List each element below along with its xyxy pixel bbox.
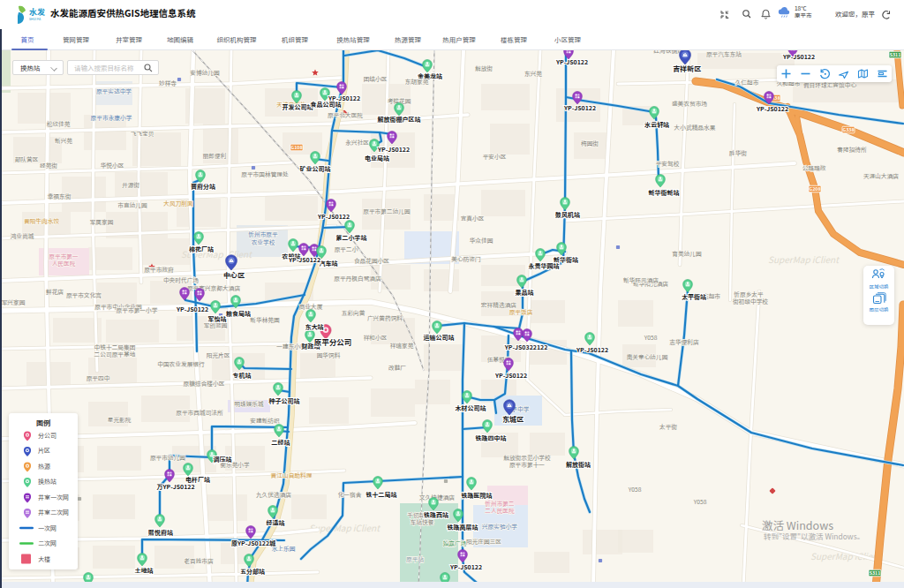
svg-text:太平街站: 太平街站	[682, 292, 706, 301]
svg-text:妙样寺: 妙样寺	[159, 79, 177, 87]
svg-text:果品站: 果品站	[516, 288, 534, 297]
svg-text:YP-JS0122: YP-JS0122	[449, 562, 482, 571]
svg-text:YP-JS0122: YP-JS0122	[555, 57, 588, 66]
svg-text:YP-JS0322122: YP-JS0322122	[504, 343, 548, 351]
svg-text:永贵华园站: 永贵华园站	[529, 261, 560, 270]
svg-text:原平北大医院: 原平北大医院	[328, 110, 363, 119]
svg-text:明珠娱乐城: 明珠娱乐城	[234, 399, 264, 408]
svg-text:鼓风机站: 鼓风机站	[555, 210, 580, 219]
svg-text:SHUI FA: SHUI FA	[29, 17, 41, 21]
svg-text:幸福东街: 幸福东街	[48, 192, 72, 200]
svg-text:分公司: 分公司	[38, 431, 56, 440]
svg-text:YP-JS0122: YP-JS0122	[576, 345, 608, 354]
svg-text:兴原实验小学: 兴原实验小学	[482, 522, 517, 531]
svg-text:南关童心幼儿园: 南关童心幼儿园	[627, 352, 668, 361]
svg-text:团结小区: 团结小区	[364, 74, 388, 83]
svg-text:原平市幼儿园: 原平市幼儿园	[150, 453, 185, 462]
svg-text:大小武精品水果: 大小武精品水果	[674, 123, 716, 132]
svg-text:YP-JS0122: YP-JS0122	[563, 103, 596, 112]
svg-text:G208: G208	[810, 185, 821, 192]
svg-text:原平站: 原平站	[406, 554, 424, 563]
svg-text:二经站: 二经站	[272, 438, 290, 447]
svg-text:松欣佳苑: 松欣佳苑	[47, 119, 71, 128]
svg-text:盛美农贸市场: 盛美农贸市场	[672, 99, 707, 108]
svg-text:井室一次网: 井室一次网	[38, 493, 69, 501]
svg-text:万YP-JS0122: 万YP-JS0122	[156, 482, 194, 491]
svg-text:铁路医院站: 铁路医院站	[462, 491, 493, 500]
svg-text:开发公司站: 开发公司站	[282, 102, 313, 111]
svg-text:大楼: 大楼	[38, 554, 50, 563]
svg-text:S311: S311	[870, 569, 880, 576]
svg-text:原平市: 原平市	[795, 11, 812, 19]
svg-text:原平四中: 原平四中	[87, 373, 110, 382]
svg-text:原平市文化宫: 原平市文化宫	[66, 290, 102, 299]
svg-text:太平街: 太平街	[659, 422, 677, 431]
svg-text:东兴苑: 东兴苑	[524, 69, 542, 78]
svg-text:始嘉广场: 始嘉广场	[443, 539, 467, 547]
svg-text:欢迎您，原平: 欢迎您，原平	[835, 9, 875, 19]
svg-text:晋阳牛肉水饺: 晋阳牛肉水饺	[24, 216, 59, 225]
svg-text:金美龙站: 金美龙站	[418, 72, 442, 80]
svg-text:SuperMap iClient: SuperMap iClient	[768, 253, 840, 266]
svg-text:阳光片区: 阳光片区	[207, 351, 230, 359]
svg-text:矿业公司站: 矿业公司站	[300, 164, 331, 173]
svg-text:祥和小区: 祥和小区	[364, 333, 388, 342]
svg-text:红海铁锅炖: 红海铁锅炖	[653, 50, 683, 55]
svg-text:中国农业发展银行: 中国农业发展银行	[157, 359, 205, 368]
svg-text:井室二次网: 井室二次网	[38, 508, 69, 516]
svg-text:化一宿舍: 化一宿舍	[338, 490, 362, 499]
svg-text:换热站: 换热站	[38, 477, 56, 486]
svg-text:棉花厂站: 棉花厂站	[189, 245, 214, 253]
svg-text:广兴蕾药饲料: 广兴蕾药饲料	[367, 313, 403, 322]
svg-text:Y058: Y058	[644, 333, 658, 342]
svg-text:吉祥新区: 吉祥新区	[673, 64, 701, 73]
svg-text:YP-JS0122: YP-JS0122	[377, 145, 410, 154]
svg-text:新华林苑圃: 新华林苑圃	[250, 315, 280, 324]
svg-text:胜华街: 胜华街	[729, 148, 747, 157]
svg-text:热源: 热源	[38, 462, 50, 471]
svg-text:天涯山大酒店: 天涯山大酒店	[863, 171, 899, 180]
svg-text:志华便利店: 志华便利店	[669, 337, 699, 346]
svg-text:解放街棚户区站: 解放街棚户区站	[378, 115, 421, 124]
svg-text:中心区: 中心区	[223, 270, 245, 280]
svg-text:平安驾校: 平安驾校	[656, 159, 680, 168]
svg-text:丽郎便利: 丽郎便利	[203, 151, 227, 160]
svg-text:东大站: 东大站	[305, 322, 324, 331]
svg-text:G338: G338	[843, 126, 855, 132]
svg-text:飞飞宝贝: 飞飞宝贝	[131, 129, 154, 138]
svg-text:调压站: 调压站	[214, 455, 232, 464]
svg-text:晋江山自助料理: 晋江山自助料理	[271, 471, 313, 479]
svg-text:市直幼儿园: 市直幼儿园	[117, 200, 147, 209]
svg-text:原平市政府: 原平市政府	[144, 265, 174, 274]
svg-text:安博幼儿园: 安博幼儿园	[190, 68, 220, 77]
svg-text:原平丹枫白鹭酒店: 原平丹枫白鹭酒店	[334, 274, 381, 283]
svg-text:铁路西站: 铁路西站	[424, 510, 448, 519]
svg-text:宜真小区: 宜真小区	[461, 214, 485, 222]
svg-text:原糖综合楼小区: 原糖综合楼小区	[184, 379, 225, 388]
svg-text:原平实达中学: 原平实达中学	[96, 87, 132, 95]
svg-text:晋府分站: 晋府分站	[191, 182, 215, 191]
svg-text:春隆招待所: 春隆招待所	[837, 145, 867, 154]
svg-text:二次网: 二次网	[38, 539, 56, 547]
svg-text:第二小学站: 第二小学站	[336, 233, 367, 242]
svg-text:原平市西城司法所: 原平市西城司法所	[176, 408, 223, 417]
svg-text:军怡站: 军怡站	[208, 314, 227, 323]
svg-text:土地站: 土地站	[135, 566, 154, 575]
svg-text:久仁超市: 久仁超市	[735, 78, 759, 87]
svg-text:平安小区: 平安小区	[483, 152, 507, 161]
svg-text:专机站: 专机站	[233, 371, 252, 380]
svg-text:华悦小区: 华悦小区	[101, 161, 124, 170]
svg-text:水发能源盾安供热GIS地理信息系统: 水发能源盾安供热GIS地理信息系统	[50, 6, 196, 19]
svg-text:原平汽车东站: 原平汽车东站	[706, 50, 742, 58]
svg-text:育英幼儿园: 育英幼儿园	[672, 249, 702, 258]
svg-text:解放街: 解放街	[475, 64, 493, 72]
svg-text:祥瑞家苑: 祥瑞家苑	[390, 341, 414, 350]
svg-text:S311: S311	[890, 51, 900, 57]
svg-text:原平市第二幼儿园: 原平市第二幼儿园	[363, 207, 411, 215]
svg-text:YP-JS0122: YP-JS0122	[176, 305, 208, 313]
svg-text:一次网: 一次网	[38, 524, 56, 532]
svg-text:原平市第十一: 原平市第十一	[509, 460, 545, 469]
svg-text:Y058: Y058	[629, 485, 642, 494]
svg-text:G108: G108	[291, 144, 303, 150]
svg-text:种子公司站: 种子公司站	[269, 396, 300, 405]
